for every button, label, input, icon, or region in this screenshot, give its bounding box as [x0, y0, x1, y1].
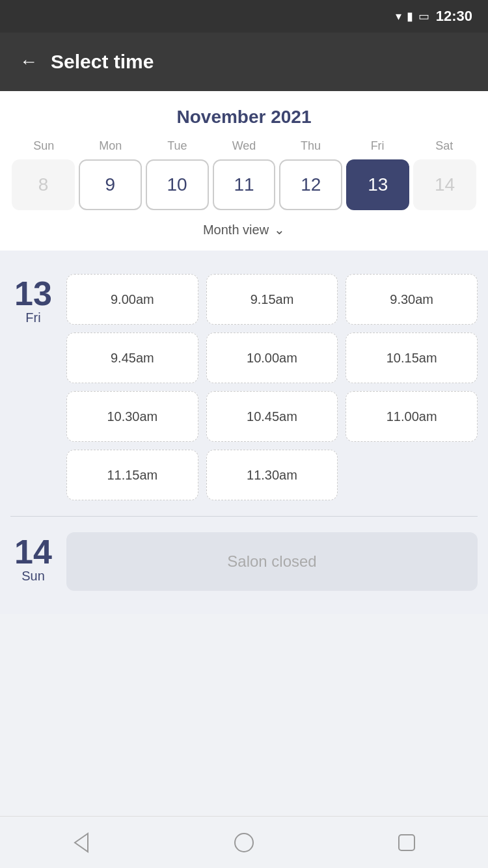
svg-point-1	[235, 834, 253, 852]
calendar-section: November 2021 Sun Mon Tue Wed Thu Fri Sa…	[0, 91, 488, 251]
time-slot-9[interactable]: 11.15am	[66, 450, 198, 500]
day-14-col: 14 Sun	[10, 532, 56, 591]
day-14-number: 14	[14, 535, 52, 569]
day-cell-14[interactable]: 14	[413, 159, 476, 210]
day-headers: Sun Mon Tue Wed Thu Fri Sat	[10, 139, 478, 153]
wifi-icon: ▾	[396, 9, 401, 23]
day-13-number: 13	[14, 277, 52, 310]
day-13-block: 13 Fri 9.00am 9.15am 9.30am 9.45am 10.00…	[10, 264, 478, 511]
battery-icon: ▭	[418, 9, 429, 23]
day-header-fri: Fri	[344, 139, 411, 153]
bottom-nav	[0, 816, 488, 868]
day-14-name: Sun	[21, 569, 45, 584]
day-header-sat: Sat	[411, 139, 478, 153]
nav-recents-button[interactable]	[395, 831, 418, 854]
status-icons: ▾ ▮ ▭	[396, 9, 429, 23]
day-14-block: 14 Sun Salon closed	[10, 522, 478, 601]
month-view-label: Month view	[203, 223, 269, 237]
time-grid: 9.00am 9.15am 9.30am 9.45am 10.00am 10.1…	[66, 274, 478, 500]
time-slot-6[interactable]: 10.30am	[66, 391, 198, 442]
day-header-mon: Mon	[77, 139, 144, 153]
day-header-sun: Sun	[10, 139, 77, 153]
day-header-wed: Wed	[211, 139, 278, 153]
back-button[interactable]: ←	[20, 51, 38, 72]
time-slot-10[interactable]: 11.30am	[206, 450, 338, 500]
day-cell-9[interactable]: 9	[79, 159, 142, 210]
day-header-thu: Thu	[277, 139, 344, 153]
day-cell-10[interactable]: 10	[146, 159, 209, 210]
month-view-toggle[interactable]: Month view ⌄	[10, 210, 478, 251]
nav-home-button[interactable]	[232, 831, 256, 854]
recents-square-icon	[395, 831, 418, 854]
section-divider	[10, 516, 478, 517]
svg-rect-2	[399, 835, 414, 850]
svg-marker-0	[75, 834, 88, 852]
time-slot-5[interactable]: 10.15am	[346, 332, 478, 383]
status-time: 12:30	[436, 8, 472, 25]
day-cell-12[interactable]: 12	[279, 159, 342, 210]
slots-section: 13 Fri 9.00am 9.15am 9.30am 9.45am 10.00…	[0, 251, 488, 614]
salon-closed-label: Salon closed	[66, 532, 478, 591]
app-header: ← Select time	[0, 33, 488, 91]
time-slot-8[interactable]: 11.00am	[346, 391, 478, 442]
week-row: 8 9 10 11 12 13 14	[10, 159, 478, 210]
nav-back-button[interactable]	[70, 831, 93, 854]
chevron-down-icon: ⌄	[274, 222, 285, 237]
day-13-col: 13 Fri	[10, 274, 56, 500]
time-slot-3[interactable]: 9.45am	[66, 332, 198, 383]
day-13-name: Fri	[25, 310, 40, 325]
day-cell-8[interactable]: 8	[12, 159, 75, 210]
day-cell-11[interactable]: 11	[213, 159, 276, 210]
time-slot-0[interactable]: 9.00am	[66, 274, 198, 325]
day-header-tue: Tue	[144, 139, 211, 153]
time-slot-4[interactable]: 10.00am	[206, 332, 338, 383]
time-slot-7[interactable]: 10.45am	[206, 391, 338, 442]
status-bar: ▾ ▮ ▭ 12:30	[0, 0, 488, 33]
month-title: November 2021	[10, 107, 478, 128]
signal-icon: ▮	[407, 9, 413, 23]
page-title: Select time	[51, 51, 154, 73]
back-icon: ←	[20, 51, 38, 72]
back-triangle-icon	[70, 831, 93, 854]
time-slot-2[interactable]: 9.30am	[346, 274, 478, 325]
home-circle-icon	[232, 831, 256, 854]
time-slot-1[interactable]: 9.15am	[206, 274, 338, 325]
day-cell-13[interactable]: 13	[346, 159, 409, 210]
